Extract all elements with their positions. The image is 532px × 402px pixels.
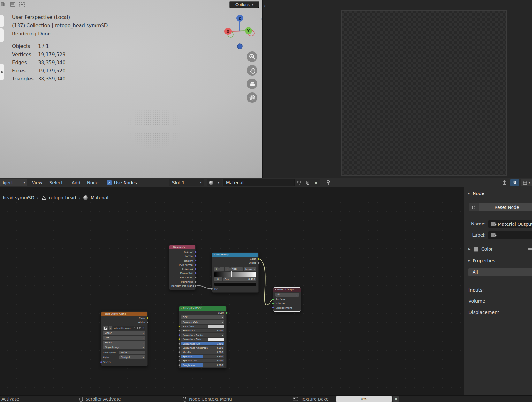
camera-view-button[interactable] — [247, 79, 257, 89]
alpha-mode-dropdown[interactable]: Straight▾ — [119, 355, 145, 359]
node-principled-bsdf[interactable]: ▾ Principled BSDF BSDF GGX ▾ Random Walk… — [179, 306, 227, 368]
geometry-output-true-normal[interactable]: True Normal — [169, 263, 195, 267]
breadcrumb-object[interactable]: retopo_head — [49, 195, 76, 200]
node-panel-header[interactable]: ▼ Node — [468, 191, 484, 196]
image-output-color[interactable]: Color — [101, 316, 147, 320]
color-ramp-gradient[interactable] — [214, 272, 256, 277]
pan-tool-button[interactable] — [247, 65, 257, 76]
socket[interactable] — [194, 264, 197, 266]
object-shader-type-dropdown[interactable]: bject ▾ — [0, 179, 27, 186]
base-color-swatch[interactable] — [208, 325, 224, 328]
ramp-options-dropdown[interactable]: ▾ — [225, 267, 230, 271]
projection-dropdown[interactable]: Flat▾ — [103, 336, 145, 340]
open-folder-icon[interactable] — [139, 327, 141, 329]
colorramp-input-fac[interactable]: Fac — [212, 287, 258, 291]
socket[interactable] — [272, 298, 274, 300]
socket[interactable] — [178, 338, 180, 340]
zoom-tool-button[interactable] — [247, 51, 257, 62]
socket[interactable] — [178, 330, 180, 332]
socket[interactable] — [178, 360, 180, 362]
geometry-output-random-per-island[interactable]: Random Per Island — [169, 284, 195, 288]
parent-node-tree-button[interactable] — [501, 178, 508, 187]
interpolation-dropdown[interactable]: Linear▾ — [103, 331, 145, 335]
stop-position-field[interactable]: Pos 0.403 — [223, 277, 256, 281]
source-dropdown[interactable]: Single Image▾ — [103, 345, 145, 349]
colorramp-output-alpha[interactable]: Alpha — [212, 261, 258, 265]
socket[interactable] — [272, 307, 274, 309]
geometry-output-normal[interactable]: Normal — [169, 254, 195, 258]
image-editor[interactable]: › — [262, 0, 532, 178]
bsdf-input-roughness[interactable]: Roughness0.500 — [181, 363, 224, 367]
toolbar-tab[interactable] — [0, 64, 4, 80]
copy-material-button[interactable] — [303, 179, 312, 186]
overlap-squares-icon[interactable] — [1, 1, 8, 8]
add-stop-button[interactable]: + — [214, 267, 219, 271]
ramp-color-mode-dropdown[interactable]: RGB▾ — [230, 267, 243, 271]
stop-index-field[interactable]: 0 — [214, 277, 222, 281]
node-header[interactable]: ▾ Geometry — [169, 245, 195, 249]
toolbar-tab[interactable] — [0, 15, 4, 27]
socket[interactable] — [178, 364, 180, 366]
menu-node[interactable]: Node — [87, 178, 98, 187]
geometry-output-incoming[interactable]: Incoming — [169, 267, 195, 271]
socket[interactable] — [194, 281, 197, 283]
node-geometry[interactable]: ▾ Geometry Position Normal Tangent True … — [169, 245, 196, 290]
socket[interactable] — [257, 258, 260, 260]
node-name-field[interactable]: Material Output — [488, 220, 532, 228]
socket[interactable] — [257, 262, 260, 264]
image-name-field[interactable]: skin_utility_A.png × — [113, 326, 145, 330]
image-input-vector[interactable]: Vector — [101, 360, 147, 364]
presets-list-icon[interactable] — [528, 247, 532, 252]
socket[interactable] — [146, 321, 148, 323]
output-target-dropdown[interactable]: All ▾ — [275, 293, 299, 297]
node-image-texture[interactable]: ▾ skin_utility_A.png Color Alpha ▾ skin_… — [101, 311, 148, 366]
output-target-all-button[interactable]: All — [468, 268, 532, 276]
material-slot-dropdown[interactable]: Slot 1 ▾ — [169, 179, 204, 186]
geometry-output-backfacing[interactable]: Backfacing — [169, 276, 195, 280]
fake-user-shield-button[interactable] — [294, 179, 303, 186]
node-color-swatch[interactable] — [474, 247, 478, 252]
breadcrumb-material[interactable]: Material — [91, 195, 108, 200]
remove-stop-button[interactable]: − — [219, 267, 224, 271]
toolbar-tab[interactable] — [0, 28, 4, 42]
socket[interactable] — [194, 251, 197, 253]
node-header[interactable]: ▾ skin_utility_A.png — [101, 312, 147, 316]
output-input-displacement[interactable]: Displacement — [273, 306, 301, 310]
distribution-dropdown[interactable]: GGX ▾ — [181, 315, 224, 319]
color-section-row[interactable]: ▶ Color — [468, 247, 493, 252]
material-browse-dropdown[interactable]: ▾ — [207, 179, 222, 186]
image-browse-button[interactable] — [103, 326, 108, 330]
geometry-output-pointiness[interactable]: Pointiness — [169, 280, 195, 284]
refresh-button[interactable] — [469, 203, 479, 211]
socket[interactable] — [194, 268, 197, 270]
grid-view-button[interactable] — [247, 92, 257, 103]
corner-expand-icon[interactable]: › — [264, 3, 266, 8]
node-header[interactable]: ▾ Principled BSDF — [179, 306, 226, 311]
node-header[interactable]: ▾ ColorRamp — [212, 253, 258, 257]
properties-panel-header[interactable]: ▼ Properties — [468, 258, 495, 263]
stop-color-swatch[interactable] — [214, 282, 256, 286]
subsurface-method-dropdown[interactable]: Random Walk ▾ — [181, 320, 224, 324]
shaded-square-icon[interactable] — [10, 1, 17, 8]
socket[interactable] — [100, 361, 102, 363]
bsdf-output[interactable]: BSDF — [179, 311, 226, 315]
colorramp-output-color[interactable]: Color — [212, 257, 258, 261]
bsdf-input-specular[interactable]: Specular0.500 — [181, 355, 224, 358]
bsdf-input-base-color[interactable]: Base Color — [181, 325, 224, 328]
bsdf-input-subsurface[interactable]: Subsurface0.000 — [181, 329, 224, 332]
extension-dropdown[interactable]: Repeat▾ — [103, 341, 145, 345]
gizmo-axis-neg-z[interactable] — [237, 44, 242, 49]
socket[interactable] — [225, 312, 228, 314]
reset-node-button[interactable]: Reset Node — [479, 203, 532, 211]
node-colorramp[interactable]: ▾ ColorRamp Color Alpha + − ▾ RGB▾ Linea… — [212, 252, 259, 293]
cancel-bake-button[interactable]: × — [393, 396, 399, 402]
output-input-surface[interactable]: Surface — [273, 297, 301, 301]
socket[interactable] — [211, 288, 213, 290]
node-header[interactable]: ▾ Material Output — [273, 288, 301, 292]
socket[interactable] — [194, 285, 197, 287]
ramp-stop-marker[interactable] — [231, 272, 232, 277]
socket[interactable] — [146, 317, 148, 319]
color-space-dropdown[interactable]: sRGB▾ — [119, 351, 145, 354]
socket[interactable] — [178, 334, 180, 336]
new-image-icon[interactable] — [136, 327, 138, 329]
